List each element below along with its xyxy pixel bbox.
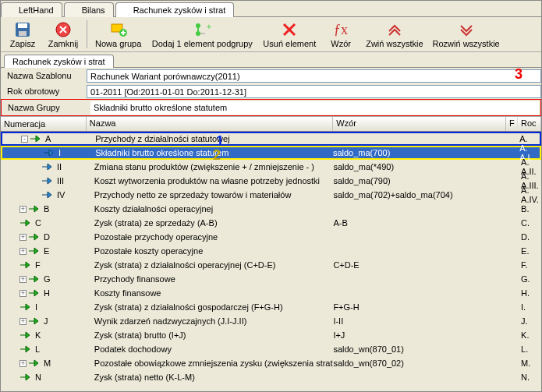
add-child-label: Dodaj 1 element podgrupy	[152, 39, 253, 48]
table-row[interactable]: IZysk (strata) z działalności gospodarcz…	[1, 300, 541, 314]
row-name: Zysk (strata) netto (K-L-M)	[87, 373, 334, 382]
row-roc: K.	[518, 330, 541, 340]
table-row[interactable]: K Zysk (strata) brutto (I+J)I+JK.	[1, 328, 541, 342]
col-numeracja[interactable]: Numeracja	[1, 117, 87, 131]
table-row[interactable]: CZysk (strata) ze sprzedaży (A-B)A-BC.	[1, 216, 541, 230]
table-row[interactable]: III Koszt wytworzenia produktów na własn…	[1, 174, 541, 188]
expand-label: Rozwiń wszystkie	[433, 39, 500, 48]
arrow-icon	[28, 288, 39, 298]
col-f[interactable]: F	[506, 117, 518, 131]
input-grupa[interactable]: Składniki brutto określone statutem	[90, 101, 539, 115]
new-group-button[interactable]: Nowa grupa	[92, 19, 144, 50]
add-child-button[interactable]: + Dodaj 1 element podgrupy	[147, 19, 257, 50]
table-row[interactable]: +BKoszty działalności operacyjnejB.	[1, 202, 541, 216]
input-rok[interactable]: 01-2011 [Od:2011-01-01 Do:2011-12-31]	[87, 85, 541, 98]
table-row[interactable]: +DPozostałe przychody operacyjneD.	[1, 230, 541, 244]
table-row[interactable]: -APrzychody z działalności statutowejA.	[1, 132, 541, 146]
row-roc: D.	[518, 232, 541, 242]
input-szablon[interactable]: Rachunek Wariant porównawczy(2011)	[87, 69, 541, 83]
table-row[interactable]: +MPozostałe obowiązkowe zmniejszenia zys…	[1, 356, 541, 370]
row-number: N	[35, 373, 41, 382]
row-number: I	[35, 302, 37, 312]
arrow-icon	[28, 358, 39, 368]
row-name: Zysk (strata) brutto (I+J)	[87, 330, 334, 340]
row-roc: G.	[518, 274, 541, 284]
formula-label: Wzór	[331, 39, 351, 48]
row-roc: C.	[518, 218, 541, 228]
row-number: B	[44, 204, 49, 214]
row-formula: A-B	[333, 218, 506, 228]
arrow-icon	[19, 218, 30, 228]
arrow-icon	[19, 344, 30, 354]
delete-button[interactable]: Usuń element	[260, 19, 319, 50]
row-number: L	[35, 344, 40, 354]
annotation-2: 2	[213, 147, 221, 164]
collapse-button[interactable]: Zwiń wszystkie	[363, 19, 426, 50]
row-name: Koszt wytworzenia produktów na własne po…	[87, 176, 334, 185]
expand-icon[interactable]: +	[19, 248, 27, 255]
row-roc: F.	[518, 260, 541, 270]
svg-text:ƒx: ƒx	[334, 22, 348, 37]
table-row[interactable]: ISkładniki brutto określone statutemsald…	[1, 146, 541, 160]
table-row[interactable]: NZysk (strata) netto (K-L-M)N.	[1, 370, 541, 384]
row-formula: saldo_ma(790)	[333, 176, 506, 185]
row-name: Pozostałe obowiązkowe zmniejszenia zysku…	[87, 358, 334, 368]
arrow-icon	[41, 162, 52, 171]
row-roc: I.	[518, 302, 541, 312]
row-formula: saldo_ma(702)+saldo_ma(704)	[333, 190, 506, 200]
expand-icon[interactable]: +	[19, 276, 27, 283]
subtab-rachunek[interactable]: Rachunek zysków i strat	[4, 55, 114, 68]
save-button[interactable]: Zapisz	[4, 19, 41, 50]
table-row[interactable]: +GPrzychody finansoweG.	[1, 272, 541, 286]
row-roc: B.	[518, 204, 541, 214]
row-formula: saldo_wn(870_02)	[333, 358, 506, 368]
row-number: C	[35, 218, 41, 228]
expand-icon[interactable]: +	[19, 206, 27, 213]
tab-rachunek[interactable]: Rachunek zysków i strat	[115, 2, 235, 17]
table-row[interactable]: +HKoszty finansoweH.	[1, 286, 541, 300]
col-wzor[interactable]: Wzór	[333, 117, 506, 131]
row-name: Pozostałe koszty operacyjne	[87, 246, 334, 256]
row-name: Zysk (strata) ze sprzedaży (A-B)	[87, 218, 334, 228]
col-roc[interactable]: Roc	[518, 117, 541, 131]
expand-icon[interactable]: +	[19, 234, 27, 241]
tab-lefthand[interactable]: LeftHand	[1, 2, 62, 17]
row-name: Pozostałe przychody operacyjne	[87, 232, 334, 242]
row-name: Przychody finansowe	[87, 274, 334, 284]
row-name: Składniki brutto określone statutem	[87, 148, 333, 157]
table-row[interactable]: +JWynik zdarzeń nadzwyczajnych (J.I-J.II…	[1, 314, 541, 328]
close-button[interactable]: Zamknij	[44, 19, 82, 50]
table-row[interactable]: LPodatek dochodowysaldo_wn(870_01)L.	[1, 342, 541, 356]
row-number: G	[44, 274, 51, 284]
expand-button[interactable]: Rozwiń wszystkie	[430, 19, 503, 50]
row-roc: M.	[518, 358, 541, 368]
row-formula: F+G-H	[333, 302, 506, 312]
arrow-icon	[19, 373, 30, 382]
row-formula: saldo_ma(700)	[333, 148, 505, 157]
arrow-icon	[30, 134, 41, 143]
table-row[interactable]: FZysk (strata) z działalności operacyjne…	[1, 258, 541, 272]
row-name: Zmiana stanu produktów (zwiększenie + / …	[87, 162, 334, 171]
collapse-icon[interactable]: -	[21, 136, 28, 143]
top-tabs: LeftHand Bilans Rachunek zysków i strat	[1, 1, 541, 17]
expand-icon[interactable]: +	[19, 360, 27, 367]
expand-icon[interactable]: +	[19, 290, 27, 297]
expand-icon[interactable]: +	[19, 318, 27, 325]
row-name: Wynik zdarzeń nadzwyczajnych (J.I-J.II)	[87, 316, 334, 326]
row-roc: H.	[518, 288, 541, 298]
row-name: Podatek dochodowy	[87, 344, 334, 354]
row-name: Zysk (strata) z działalności gospodarcze…	[87, 302, 334, 312]
svg-rect-9	[19, 31, 27, 36]
row-number: II	[57, 162, 62, 171]
col-nazwa[interactable]: Nazwa	[87, 117, 334, 131]
tab-bilans[interactable]: Bilans	[64, 2, 114, 17]
row-number: M	[44, 358, 51, 368]
arrow-icon	[43, 148, 54, 157]
arrow-icon	[28, 316, 39, 326]
table-row[interactable]: +EPozostałe koszty operacyjneE.	[1, 244, 541, 258]
table-row[interactable]: IIZmiana stanu produktów (zwiększenie + …	[1, 160, 541, 174]
collapse-label: Zwiń wszystkie	[366, 39, 423, 48]
table-row[interactable]: IVPrzychody netto ze sprzedaży towarów i…	[1, 188, 541, 202]
row-number: III	[57, 176, 64, 185]
formula-button[interactable]: ƒx Wzór	[322, 19, 360, 50]
